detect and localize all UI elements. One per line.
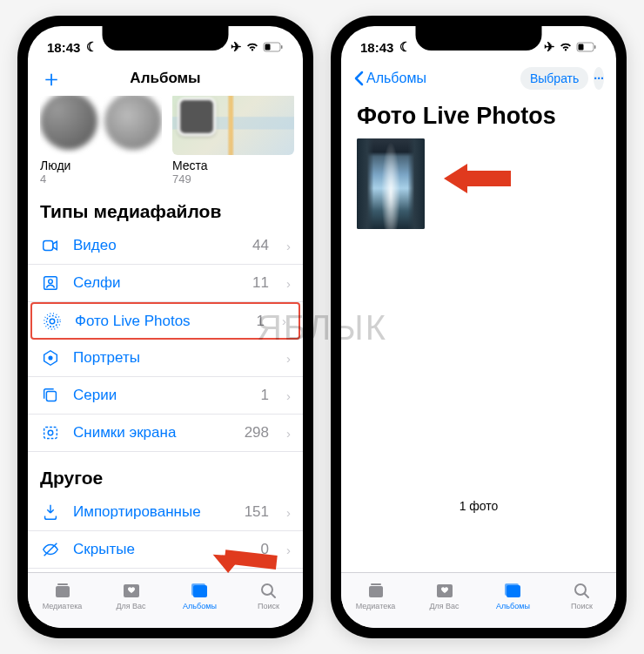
airplane-icon: ✈︎ <box>544 39 555 55</box>
svg-rect-10 <box>46 391 56 401</box>
chevron-right-icon: › <box>286 543 291 557</box>
chevron-left-icon <box>353 71 364 86</box>
svg-rect-26 <box>505 583 519 596</box>
content-area[interactable]: Фото Live Photos 1 фото <box>341 96 616 572</box>
chevron-right-icon: › <box>286 505 291 520</box>
svg-rect-23 <box>371 583 381 585</box>
row-count: 298 <box>245 424 269 442</box>
wifi-icon <box>559 40 573 55</box>
svg-rect-20 <box>579 44 584 50</box>
nav-title: Альбомы <box>118 70 212 87</box>
tab-albums[interactable]: Альбомы <box>479 573 547 617</box>
moon-icon: ☾ <box>395 39 410 55</box>
add-button[interactable]: ＋ <box>40 67 63 90</box>
svg-point-7 <box>47 315 58 327</box>
notch <box>103 26 229 51</box>
tab-label: Для Вас <box>429 602 459 610</box>
tab-albums[interactable]: Альбомы <box>165 573 234 617</box>
row-live-photos[interactable]: Фото Live Photos 1 › <box>30 302 300 340</box>
nav-bar: Альбомы Выбрать ··· <box>341 61 616 96</box>
tab-label: Медиатека <box>43 602 83 610</box>
library-icon <box>52 581 73 600</box>
back-label: Альбомы <box>366 71 426 86</box>
tab-label: Альбомы <box>183 602 217 610</box>
tab-label: Поиск <box>571 602 593 610</box>
airplane-icon: ✈︎ <box>231 39 242 55</box>
moon-icon: ☾ <box>82 39 97 55</box>
tab-label: Для Вас <box>116 602 145 610</box>
svg-rect-3 <box>44 241 53 251</box>
svg-point-18 <box>262 584 272 595</box>
live-photos-icon <box>42 312 63 331</box>
video-icon <box>40 236 61 255</box>
section-media-types-title: Типы медиафайлов <box>28 185 303 227</box>
tab-search[interactable]: Поиск <box>547 573 616 617</box>
row-label: Селфи <box>73 274 240 292</box>
chevron-right-icon: › <box>286 351 291 366</box>
tab-for-you[interactable]: Для Вас <box>410 573 479 617</box>
select-button[interactable]: Выбрать <box>520 67 588 90</box>
photo-count: 1 фото <box>341 499 616 513</box>
row-portraits[interactable]: Портреты › <box>28 340 303 377</box>
row-count: 11 <box>252 274 269 292</box>
svg-rect-17 <box>191 583 205 596</box>
library-icon <box>366 581 386 600</box>
section-other-title: Другое <box>28 452 303 494</box>
row-imported[interactable]: Импортированные 151 › <box>28 494 303 531</box>
screen-right: 18:43 ☾ ✈︎ Альбомы <box>341 26 616 628</box>
battery-icon <box>263 40 284 55</box>
content-area[interactable]: Люди 4 Места 749 Типы медиафайлов Видео … <box>28 96 303 572</box>
row-label: Импортированные <box>73 503 232 521</box>
chevron-right-icon: › <box>286 426 291 441</box>
tab-bar: Медиатека Для Вас Альбомы Поиск <box>341 572 616 628</box>
svg-rect-13 <box>56 586 70 597</box>
svg-rect-11 <box>44 428 57 439</box>
chevron-right-icon: › <box>286 276 291 291</box>
nav-bar: ＋ Альбомы <box>28 61 303 96</box>
tab-label: Поиск <box>258 602 279 610</box>
svg-rect-22 <box>369 586 383 597</box>
tab-for-you[interactable]: Для Вас <box>97 573 165 617</box>
row-screenshots[interactable]: Снимки экрана 298 › <box>28 415 303 452</box>
import-icon <box>40 502 61 522</box>
tab-search[interactable]: Поиск <box>234 573 303 617</box>
svg-rect-21 <box>594 45 596 49</box>
photo-thumb[interactable] <box>357 138 425 229</box>
tab-label: Медиатека <box>356 602 396 610</box>
row-count: 1 <box>261 387 269 404</box>
phone-right: 18:43 ☾ ✈︎ Альбомы <box>331 16 627 638</box>
portrait-icon <box>40 348 61 367</box>
album-count: 749 <box>172 172 294 185</box>
albums-icon <box>503 581 524 600</box>
row-selfie[interactable]: Селфи 11 › <box>28 265 303 302</box>
row-count: 151 <box>245 503 269 521</box>
row-bursts[interactable]: Серии 1 › <box>28 377 303 415</box>
row-video[interactable]: Видео 44 › <box>28 227 303 265</box>
phone-left: 18:43 ☾ ✈︎ ＋ Альбомы <box>17 16 313 638</box>
albums-row: Люди 4 Места 749 <box>28 96 303 185</box>
row-count: 0 <box>261 541 269 558</box>
svg-point-12 <box>48 430 53 435</box>
selfie-icon <box>40 273 61 293</box>
row-recently-deleted[interactable]: Недавно удаленные 20 › <box>28 569 303 572</box>
foryou-icon <box>434 581 455 600</box>
album-places[interactable]: Места 749 <box>172 96 294 185</box>
tab-library[interactable]: Медиатека <box>341 573 410 617</box>
tab-library[interactable]: Медиатека <box>28 573 97 617</box>
more-button[interactable]: ··· <box>594 67 604 90</box>
svg-point-6 <box>50 319 55 324</box>
svg-rect-14 <box>57 583 68 585</box>
hidden-icon <box>40 540 61 559</box>
album-people[interactable]: Люди 4 <box>40 96 162 185</box>
row-hidden[interactable]: Скрытые 0 › <box>28 531 303 569</box>
album-label: Места <box>172 158 294 172</box>
screen-left: 18:43 ☾ ✈︎ ＋ Альбомы <box>28 26 303 628</box>
tab-label: Альбомы <box>496 602 530 610</box>
back-button[interactable]: Альбомы <box>353 71 426 86</box>
foryou-icon <box>121 581 142 600</box>
status-time: 18:43 <box>47 40 80 55</box>
row-label: Фото Live Photos <box>75 313 245 330</box>
row-label: Портреты <box>73 349 257 367</box>
albums-icon <box>190 581 211 600</box>
album-label: Люди <box>40 158 162 172</box>
